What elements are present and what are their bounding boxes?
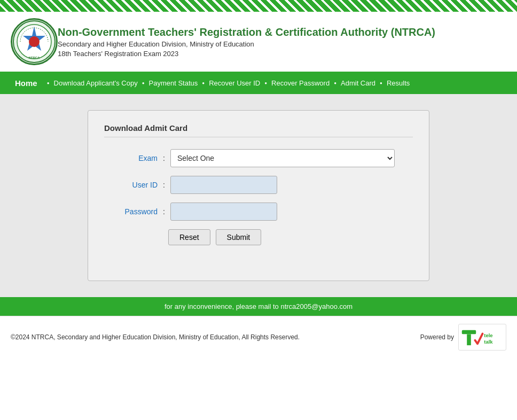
svg-text:talk: talk [484, 339, 493, 345]
password-label: Password [104, 207, 158, 216]
nav-recover-pass-link[interactable]: Recover Password [267, 79, 334, 87]
nav-item-payment[interactable]: ● Payment Status [142, 79, 202, 87]
powered-by: Powered by tele talk [420, 324, 506, 351]
nav-item-results[interactable]: ● Results [380, 79, 414, 87]
userid-input[interactable] [170, 176, 277, 194]
powered-by-label: Powered by [420, 333, 454, 341]
password-row: Password : [104, 203, 413, 221]
footer-contact-bar: for any inconvenience, please mail to nt… [0, 297, 517, 316]
svg-rect-5 [460, 326, 505, 349]
svg-text:NTRCA: NTRCA [29, 56, 41, 59]
navbar: Home ● Download Applicant's Copy ● Payme… [0, 72, 517, 94]
org-title: Non-Government Teachers' Registration & … [58, 26, 435, 38]
form-buttons: Reset Submit [168, 229, 413, 245]
svg-point-3 [29, 36, 40, 47]
nav-item-recover-uid[interactable]: ● Recover User ID [202, 79, 264, 87]
userid-label: User ID [104, 181, 158, 189]
exam-select[interactable]: Select One [170, 149, 395, 167]
nav-item-download[interactable]: ● Download Applicant's Copy [47, 79, 142, 87]
userid-row: User ID : [104, 176, 413, 194]
nav-item-recover-pass[interactable]: ● Recover Password [264, 79, 334, 87]
nav-recover-uid-link[interactable]: Recover User ID [205, 79, 264, 87]
nav-home[interactable]: Home [5, 79, 47, 88]
password-input[interactable] [170, 203, 277, 221]
reset-button[interactable]: Reset [168, 229, 210, 245]
footer-contact-text: for any inconvenience, please mail to nt… [164, 302, 352, 310]
copyright-text: ©2024 NTRCA, Secondary and Higher Educat… [11, 333, 300, 341]
nav-results-link[interactable]: Results [382, 79, 414, 87]
header-text: Non-Government Teachers' Registration & … [58, 26, 435, 58]
top-stripe [0, 0, 517, 12]
svg-rect-6 [461, 330, 475, 334]
password-colon: : [163, 207, 165, 216]
ntrca-logo: NTRCA [11, 18, 58, 65]
footer-copyright: ©2024 NTRCA, Secondary and Higher Educat… [0, 316, 517, 358]
userid-colon: : [163, 181, 165, 189]
nav-items: ● Download Applicant's Copy ● Payment St… [47, 79, 414, 87]
form-title: Download Admit Card [104, 123, 413, 137]
nav-download-link[interactable]: Download Applicant's Copy [50, 79, 142, 87]
svg-rect-7 [467, 334, 471, 345]
exam-row: Exam : Select One [104, 149, 413, 167]
main-content: Download Admit Card Exam : Select One Us… [0, 94, 517, 297]
exam-label: Exam [104, 154, 158, 162]
org-subtitle2: 18th Teachers' Registration Exam 2023 [58, 50, 435, 58]
org-subtitle1: Secondary and Higher Education Division,… [58, 40, 435, 48]
form-card: Download Admit Card Exam : Select One Us… [88, 110, 429, 281]
svg-text:tele: tele [484, 332, 492, 338]
exam-colon: : [163, 154, 165, 162]
nav-admit-link[interactable]: Admit Card [336, 79, 380, 87]
nav-payment-link[interactable]: Payment Status [145, 79, 202, 87]
teletalk-logo: tele talk [458, 324, 506, 351]
header: NTRCA Non-Government Teachers' Registrat… [0, 12, 517, 72]
submit-button[interactable]: Submit [216, 229, 262, 245]
nav-item-admit[interactable]: ● Admit Card [334, 79, 380, 87]
